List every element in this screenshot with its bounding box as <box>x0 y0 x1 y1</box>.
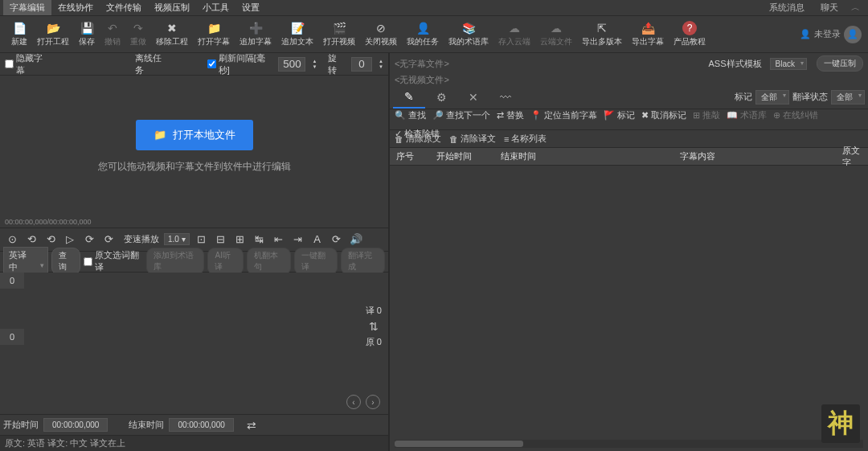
tool-打开工程[interactable]: 📂打开工程 <box>32 19 74 49</box>
action-清除原文[interactable]: 🗑清除原文 <box>395 133 441 145</box>
end-time-input[interactable]: 00:00:00,000 <box>169 418 233 432</box>
refresh-interval-input[interactable] <box>278 57 305 72</box>
tool-icon: ↷ <box>131 21 145 35</box>
action-在线纠错[interactable]: ⊕在线纠错 <box>773 109 818 121</box>
menu-system-msg[interactable]: 系统消息 <box>761 0 813 15</box>
action-名称列表[interactable]: ≡名称列表 <box>504 133 547 145</box>
swap-icon[interactable]: ⇅ <box>366 320 382 333</box>
tool-我的任务[interactable]: 👤我的任务 <box>402 19 444 49</box>
tool-存入云端[interactable]: ☁存入云端 <box>493 19 535 49</box>
tool-追加字幕[interactable]: ➕追加字幕 <box>235 19 276 49</box>
rewind-icon[interactable]: ⟲ <box>24 232 39 247</box>
tool-云端文件[interactable]: ☁云端文件 <box>535 19 577 49</box>
chevron-up-icon[interactable]: ︿ <box>846 0 865 15</box>
forward-icon[interactable]: ⟳ <box>101 232 116 247</box>
next-line-button[interactable]: › <box>366 395 380 409</box>
tool-导出多版本[interactable]: ⇱导出多版本 <box>577 19 627 49</box>
volume-icon[interactable]: 🔊 <box>349 232 363 247</box>
tool4-icon[interactable]: ↹ <box>252 232 267 247</box>
drop-area[interactable]: 📁 打开本地文件 您可以拖动视频和字幕文件到软件中进行编辑 <box>0 76 388 218</box>
jump-start-icon[interactable]: ⊙ <box>5 232 19 247</box>
prev-line-button[interactable]: ‹ <box>346 395 361 409</box>
rotate-input[interactable] <box>351 57 372 72</box>
mark-select[interactable]: 全部 <box>755 90 789 105</box>
tool-产品教程[interactable]: ?产品教程 <box>669 19 710 49</box>
col-content[interactable]: 字幕内容 <box>559 150 836 162</box>
col-source[interactable]: 原文字 <box>836 145 868 169</box>
tool-重做[interactable]: ↷重做 <box>125 19 151 49</box>
refresh-checkbox[interactable]: 刷新间隔[毫秒] <box>207 52 272 76</box>
tool-打开字幕[interactable]: 📁打开字幕 <box>193 19 235 49</box>
edit-mode-tab[interactable]: ✎ <box>393 86 425 109</box>
subtitle-table[interactable] <box>390 166 868 440</box>
action-替换[interactable]: ⇄替换 <box>497 109 524 121</box>
action-标记[interactable]: 🚩标记 <box>604 109 635 121</box>
action-查找下一个[interactable]: 🔎查找下一个 <box>432 109 490 121</box>
font-icon[interactable]: A <box>310 232 325 247</box>
tool-追加文本[interactable]: 📝追加文本 <box>276 19 318 49</box>
tool-撤销[interactable]: ↶撤销 <box>100 19 125 49</box>
video-file-tab[interactable]: <无视频文件> <box>395 75 449 84</box>
tools-mode-tab[interactable]: ✕ <box>457 86 489 109</box>
action-查找[interactable]: 🔍查找 <box>395 109 426 121</box>
add-term-button[interactable]: 添加到术语库 <box>146 248 205 275</box>
action-术语库[interactable]: 📖术语库 <box>727 109 767 121</box>
trans-done-button[interactable]: 翻译完成 <box>341 248 385 275</box>
menu-subtitle-edit[interactable]: 字幕编辑 <box>3 0 51 15</box>
col-end[interactable]: 结束时间 <box>494 150 559 162</box>
tool-我的术语库[interactable]: 📚我的术语库 <box>444 19 493 49</box>
step-fwd-icon[interactable]: ⟳ <box>82 232 96 247</box>
one-click-encode-button[interactable]: 一键压制 <box>817 55 863 72</box>
settings-mode-tab[interactable]: ⚙ <box>425 86 457 109</box>
menu-settings[interactable]: 设置 <box>235 0 266 15</box>
refresh-icon[interactable]: ⟳ <box>330 232 344 247</box>
tool-导出字幕[interactable]: 📤导出字幕 <box>627 19 669 49</box>
loop-icon[interactable]: ⇄ <box>247 419 256 432</box>
one-click-trans-button[interactable]: 一键翻译 <box>294 248 338 275</box>
h-scrollbar[interactable] <box>395 440 863 448</box>
step-back-icon[interactable]: ⟲ <box>43 232 58 247</box>
tool-icon: ➕ <box>248 21 263 35</box>
hide-subtitle-checkbox[interactable]: 隐藏字幕 <box>5 52 48 76</box>
tool-打开视频[interactable]: 🎬打开视频 <box>318 19 360 49</box>
menu-chat[interactable]: 聊天 <box>813 0 846 15</box>
tool6-icon[interactable]: ⇥ <box>291 232 305 247</box>
login-label[interactable]: 未登录 <box>814 28 841 40</box>
trans-state-select[interactable]: 全部 <box>831 90 865 105</box>
action-推敲[interactable]: ⊞推敲 <box>693 109 720 121</box>
trans-state-label: 翻译状态 <box>792 91 828 103</box>
col-start[interactable]: 开始时间 <box>430 150 494 162</box>
avatar[interactable]: 👤 <box>844 26 862 43</box>
tool-icon: 📝 <box>290 21 305 35</box>
tool-关闭视频[interactable]: ⊘关闭视频 <box>360 19 402 49</box>
col-index[interactable]: 序号 <box>390 150 430 162</box>
tool-新建[interactable]: 📄新建 <box>6 19 32 49</box>
speed-select[interactable]: 1.0 ▾ <box>164 233 190 245</box>
query-button[interactable]: 查询 <box>51 248 80 275</box>
action-定位当前字幕[interactable]: 📍定位当前字幕 <box>530 109 597 121</box>
mt-line-button[interactable]: 机翻本句 <box>247 248 291 275</box>
menu-video-encode[interactable]: 视频压制 <box>148 0 196 15</box>
start-time-input[interactable]: 00:00:00,000 <box>43 418 108 432</box>
rotate-spinner[interactable]: ▲▼ <box>379 59 383 70</box>
ai-listen-button[interactable]: AI听译 <box>207 248 244 275</box>
tool2-icon[interactable]: ⊟ <box>214 232 228 247</box>
menu-file-transfer[interactable]: 文件传输 <box>100 0 148 15</box>
tool-保存[interactable]: 💾保存 <box>74 19 100 49</box>
edit-area[interactable]: 0 0 译 0 ⇅ 原 0 ‹ › <box>0 273 388 415</box>
tool1-icon[interactable]: ⊡ <box>194 232 209 247</box>
src-word-trans-checkbox[interactable]: 原文选词翻译 <box>84 249 142 273</box>
tool5-icon[interactable]: ⇤ <box>272 232 286 247</box>
action-清除译文[interactable]: 🗑清除译文 <box>449 133 496 145</box>
refresh-spinner[interactable]: ▲▼ <box>312 59 317 70</box>
tool-移除工程[interactable]: ✖移除工程 <box>151 19 193 49</box>
open-local-file-button[interactable]: 📁 打开本地文件 <box>136 120 253 150</box>
menu-tools[interactable]: 小工具 <box>196 0 235 15</box>
tool3-icon[interactable]: ⊞ <box>233 232 248 247</box>
ass-template-select[interactable]: Black <box>770 58 807 70</box>
action-取消标记[interactable]: ✖取消标记 <box>641 109 686 121</box>
subtitle-file-tab[interactable]: <无字幕文件> <box>395 58 449 70</box>
play-icon[interactable]: ▷ <box>63 232 77 247</box>
menu-online-collab[interactable]: 在线协作 <box>51 0 100 15</box>
wave-mode-tab[interactable]: 〰 <box>489 86 522 109</box>
